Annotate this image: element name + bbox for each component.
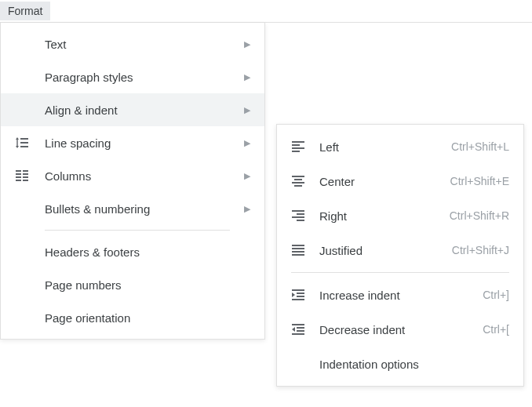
chevron-right-icon: ▶: [244, 204, 250, 214]
submenu-label: Left: [307, 140, 451, 154]
menu-label: Headers & footers: [31, 245, 250, 259]
submenu-shortcut: Ctrl+Shift+J: [452, 244, 509, 256]
menu-divider: [45, 230, 230, 231]
menu-label: Columns: [31, 169, 244, 183]
chevron-right-icon: ▶: [244, 105, 250, 115]
submenu-divider: [291, 272, 509, 273]
chevron-right-icon: ▶: [244, 72, 250, 82]
menu-item-bullets-numbering[interactable]: Bullets & numbering ▶: [1, 192, 264, 225]
chevron-right-icon: ▶: [244, 39, 250, 49]
menu-item-line-spacing[interactable]: Line spacing ▶: [1, 126, 264, 159]
submenu-item-indentation-options[interactable]: Indentation options: [277, 347, 523, 381]
decrease-indent-icon: [290, 322, 307, 336]
menu-item-paragraph-styles[interactable]: Paragraph styles ▶: [1, 60, 264, 93]
columns-icon: [13, 169, 31, 183]
submenu-label: Center: [307, 175, 450, 188]
chevron-right-icon: ▶: [244, 138, 250, 148]
menu-label: Page numbers: [31, 278, 250, 292]
submenu-item-increase-indent[interactable]: Increase indent Ctrl+]: [277, 278, 523, 312]
submenu-label: Justified: [307, 244, 452, 257]
menu-item-text[interactable]: Text ▶: [1, 27, 264, 60]
align-indent-submenu: Left Ctrl+Shift+L Center Ctrl+Shift+E Ri…: [276, 124, 524, 387]
menu-item-headers-footers[interactable]: Headers & footers: [1, 235, 264, 268]
submenu-label: Right: [307, 209, 450, 223]
menu-label: Bullets & numbering: [31, 202, 244, 216]
submenu-shortcut: Ctrl+Shift+L: [451, 140, 509, 153]
submenu-label: Indentation options: [307, 358, 509, 371]
menu-label: Align & indent: [31, 104, 244, 117]
submenu-label: Decrease indent: [307, 323, 483, 336]
menu-item-page-numbers[interactable]: Page numbers: [1, 268, 264, 301]
submenu-item-align-justified[interactable]: Justified Ctrl+Shift+J: [277, 233, 523, 267]
menubar-item-format[interactable]: Format: [0, 2, 50, 20]
menu-item-page-orientation[interactable]: Page orientation: [1, 301, 264, 334]
align-center-icon: [290, 174, 307, 188]
menu-item-columns[interactable]: Columns ▶: [1, 159, 264, 192]
submenu-item-align-center[interactable]: Center Ctrl+Shift+E: [277, 164, 523, 198]
submenu-label: Increase indent: [307, 289, 483, 302]
format-menu: Text ▶ Paragraph styles ▶ Align & indent…: [0, 23, 265, 340]
align-right-icon: [290, 209, 307, 223]
increase-indent-icon: [290, 288, 307, 302]
menu-item-align-indent[interactable]: Align & indent ▶: [1, 93, 264, 126]
menubar: Format: [0, 0, 532, 23]
submenu-item-align-right[interactable]: Right Ctrl+Shift+R: [277, 198, 523, 233]
submenu-shortcut: Ctrl+]: [483, 289, 509, 301]
menu-label: Text: [31, 38, 244, 51]
submenu-item-align-left[interactable]: Left Ctrl+Shift+L: [277, 129, 523, 164]
menu-label: Line spacing: [31, 136, 244, 150]
menu-label: Page orientation: [31, 311, 250, 325]
menu-label: Paragraph styles: [31, 71, 244, 84]
submenu-item-decrease-indent[interactable]: Decrease indent Ctrl+[: [277, 312, 523, 347]
align-justified-icon: [290, 243, 307, 257]
line-spacing-icon: [13, 136, 31, 150]
submenu-shortcut: Ctrl+Shift+R: [450, 209, 509, 222]
align-left-icon: [290, 140, 307, 154]
submenu-shortcut: Ctrl+Shift+E: [450, 175, 509, 187]
submenu-shortcut: Ctrl+[: [483, 323, 509, 336]
chevron-right-icon: ▶: [244, 171, 250, 181]
